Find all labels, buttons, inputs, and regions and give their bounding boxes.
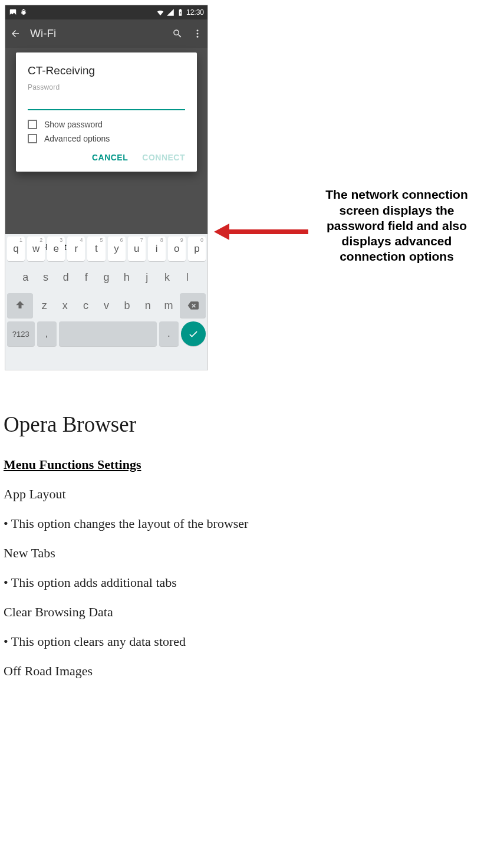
enter-key[interactable] bbox=[181, 321, 206, 346]
search-icon[interactable] bbox=[172, 28, 183, 39]
show-password-label: Show password bbox=[44, 120, 103, 129]
key-h[interactable]: h bbox=[118, 265, 136, 290]
annotation-text: The network connection screen displays t… bbox=[314, 187, 479, 264]
period-key[interactable]: . bbox=[159, 321, 179, 346]
key-p[interactable]: 0p bbox=[188, 236, 206, 261]
key-s[interactable]: s bbox=[37, 265, 54, 290]
app-bar: Wi-Fi bbox=[5, 19, 207, 48]
shift-key[interactable] bbox=[7, 293, 33, 318]
doc-item-label: Clear Browsing Data bbox=[4, 605, 500, 620]
key-j[interactable]: j bbox=[138, 265, 156, 290]
checkbox-icon[interactable] bbox=[28, 120, 37, 129]
doc-heading: Opera Browser bbox=[4, 412, 500, 437]
show-password-row[interactable]: Show password bbox=[28, 120, 185, 129]
key-l[interactable]: l bbox=[179, 265, 196, 290]
backspace-key[interactable] bbox=[180, 293, 206, 318]
key-a[interactable]: a bbox=[17, 265, 34, 290]
svg-point-2 bbox=[197, 36, 199, 38]
key-f[interactable]: f bbox=[77, 265, 95, 290]
key-y[interactable]: 6y bbox=[108, 236, 126, 261]
key-g[interactable]: g bbox=[97, 265, 115, 290]
menu-heading: Menu Functions Settings bbox=[4, 457, 500, 472]
battery-icon bbox=[176, 8, 185, 17]
key-z[interactable]: z bbox=[35, 293, 54, 318]
key-e[interactable]: 3e bbox=[47, 236, 65, 261]
document-body: Opera Browser Menu Functions Settings Ap… bbox=[0, 370, 504, 679]
signal-icon bbox=[166, 8, 174, 17]
image-icon bbox=[9, 8, 17, 17]
wifi-list: CT-Mgmt CT-Receiving Password Show passw… bbox=[5, 48, 207, 234]
key-o[interactable]: 9o bbox=[168, 236, 186, 261]
key-t[interactable]: 5t bbox=[87, 236, 105, 261]
svg-point-0 bbox=[197, 29, 199, 31]
key-c[interactable]: c bbox=[77, 293, 95, 318]
key-r[interactable]: 4r bbox=[67, 236, 85, 261]
sym-key[interactable]: ?123 bbox=[7, 321, 35, 346]
password-input[interactable] bbox=[28, 93, 185, 110]
key-q[interactable]: 1q bbox=[7, 236, 25, 261]
password-label: Password bbox=[28, 83, 185, 91]
appbar-title: Wi-Fi bbox=[30, 27, 163, 40]
doc-item-label: Off Road Images bbox=[4, 663, 500, 679]
key-k[interactable]: k bbox=[158, 265, 176, 290]
key-x[interactable]: x bbox=[56, 293, 74, 318]
key-w[interactable]: 2w bbox=[27, 236, 45, 261]
doc-item-label: New Tabs bbox=[4, 546, 500, 561]
space-key[interactable] bbox=[59, 321, 157, 346]
status-time: 12:30 bbox=[186, 8, 204, 17]
doc-item-label: App Layout bbox=[4, 487, 500, 502]
wifi-icon bbox=[156, 8, 164, 17]
key-m[interactable]: m bbox=[159, 293, 177, 318]
key-b[interactable]: b bbox=[118, 293, 136, 318]
keyboard[interactable]: 1q2w3e4r5t6y7u8i9o0p asdfghjkl zxcvbnm ?… bbox=[5, 234, 207, 370]
bug-icon bbox=[19, 8, 28, 17]
status-bar: 12:30 bbox=[5, 5, 207, 19]
connect-button[interactable]: CONNECT bbox=[142, 153, 185, 162]
key-d[interactable]: d bbox=[57, 265, 75, 290]
comma-key[interactable]: , bbox=[37, 321, 57, 346]
arrow-icon bbox=[214, 227, 308, 236]
key-n[interactable]: n bbox=[139, 293, 157, 318]
svg-point-1 bbox=[197, 33, 199, 35]
checkbox-icon[interactable] bbox=[28, 134, 37, 143]
dialog-title: CT-Receiving bbox=[28, 64, 185, 77]
back-icon[interactable] bbox=[10, 28, 21, 39]
cancel-button[interactable]: CANCEL bbox=[92, 153, 128, 162]
advanced-options-label: Advanced options bbox=[44, 134, 110, 143]
key-i[interactable]: 8i bbox=[148, 236, 166, 261]
doc-item-desc: • This option changes the layout of the … bbox=[4, 516, 500, 531]
wifi-password-dialog: CT-Receiving Password Show password Adva… bbox=[16, 52, 197, 172]
key-u[interactable]: 7u bbox=[128, 236, 146, 261]
doc-item-desc: • This option adds additional tabs bbox=[4, 575, 500, 590]
doc-item-desc: • This option clears any data stored bbox=[4, 634, 500, 649]
overflow-icon[interactable] bbox=[192, 28, 203, 39]
key-v[interactable]: v bbox=[97, 293, 116, 318]
advanced-options-row[interactable]: Advanced options bbox=[28, 134, 185, 143]
phone-screenshot: 12:30 Wi-Fi CT-Mgmt CT-Receiving Passwor… bbox=[5, 5, 208, 370]
